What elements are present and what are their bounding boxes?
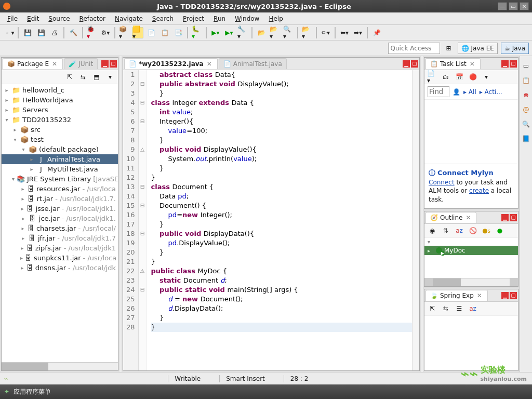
focus-task-button[interactable]: ⬒ — [91, 71, 102, 83]
view-menu-button[interactable]: ▾ — [481, 71, 492, 83]
fastview-at-icon[interactable]: @ — [521, 104, 532, 115]
focus-outline-button[interactable]: ◉ — [427, 225, 438, 236]
categorize-button[interactable]: 🗂 — [440, 71, 451, 83]
link-button[interactable]: ⇆ — [440, 303, 451, 314]
close-icon[interactable]: ✕ — [469, 60, 476, 68]
tree-item[interactable]: 📁Servers — [2, 105, 118, 115]
tree-item[interactable]: 📦test — [2, 135, 118, 144]
menu-navigate[interactable]: Navigate — [111, 14, 147, 24]
tree-item[interactable]: JAnimalTest.java — [2, 154, 118, 164]
fastview-clip-icon[interactable]: 📘 — [521, 133, 532, 144]
sort-button[interactable]: ⇅ — [440, 225, 451, 236]
fastview-search-icon[interactable]: 🔍 — [521, 118, 532, 130]
h-scrollbar[interactable] — [2, 362, 118, 370]
new-button[interactable]: ▫️▾ — [3, 27, 15, 38]
menu-help[interactable]: Help — [264, 14, 287, 24]
maximize-view-button[interactable]: ▢ — [510, 292, 517, 299]
outline-item-mydoc[interactable]: ▶ MyDoc — [424, 246, 518, 255]
annotate-button[interactable]: ✏▾ — [320, 27, 331, 38]
close-tab-icon[interactable]: ✕ — [206, 60, 213, 68]
print-button[interactable]: 🖨 — [49, 27, 60, 38]
perspective-java[interactable]: ☕ Java — [501, 43, 529, 54]
quick-access-input[interactable] — [388, 43, 440, 54]
maximize-editor-button[interactable]: ▢ — [411, 60, 418, 68]
outline-item[interactable] — [424, 238, 518, 246]
package-explorer-tab[interactable]: 📦 Package E ✕ — [3, 58, 63, 69]
overview-ruler[interactable] — [412, 70, 419, 370]
close-icon[interactable]: ✕ — [464, 214, 472, 221]
new-task-button[interactable]: 📄▾ — [427, 71, 438, 83]
new-type-button[interactable]: 📄 — [145, 27, 157, 38]
minimize-view-button[interactable]: ▁ — [501, 292, 509, 299]
new-project-button[interactable]: 📂▾ — [269, 27, 281, 38]
package-explorer-tree[interactable]: 📁helloworld_c📁HelloWorldJava📁Servers📁TDD… — [2, 84, 118, 274]
minimize-view-button[interactable]: ▁ — [101, 60, 109, 68]
h-scrollbar[interactable] — [424, 278, 518, 286]
tree-item[interactable]: 🗄sunpkcs11.jar - /usr/loca — [2, 253, 118, 263]
menu-run[interactable]: Run — [209, 14, 230, 24]
minimize-view-button[interactable]: ▁ — [501, 60, 509, 68]
new-class-button[interactable]: 🟨▾ — [132, 27, 143, 38]
apps-menu-icon[interactable]: ✦ — [4, 388, 9, 395]
task-list-tab[interactable]: 📋 Task List ✕ — [425, 58, 481, 69]
menu-file[interactable]: File — [3, 14, 22, 24]
view-menu-button[interactable]: ▾ — [104, 71, 116, 83]
tree-item[interactable]: 🗄jfr.jar - /usr/local/jdk1.7 — [2, 233, 118, 243]
focus-button[interactable]: 🔴 — [467, 71, 478, 83]
menu-search[interactable]: Search — [148, 14, 178, 24]
save-button[interactable]: 💾 — [22, 27, 33, 38]
maximize-view-button[interactable]: ▢ — [110, 60, 117, 68]
tree-item[interactable]: 🗄resources.jar - /usr/loca — [2, 184, 118, 194]
tree-item[interactable]: 📁HelloWorldJava — [2, 95, 118, 105]
tree-item[interactable]: 🗄zipfs.jar - /usr/local/jdk1 — [2, 243, 118, 253]
sort-button[interactable]: az — [467, 303, 478, 314]
minimize-editor-button[interactable]: ▁ — [403, 60, 410, 68]
link-editor-button[interactable]: ⇆ — [77, 71, 89, 83]
fastview-restore-button[interactable]: ▭ — [521, 60, 532, 72]
hide-static-button[interactable]: ●s — [481, 225, 492, 236]
menu-project[interactable]: Project — [179, 14, 208, 24]
collapse-button[interactable]: ⇱ — [427, 303, 438, 314]
run-button[interactable]: ▶▾ — [210, 27, 221, 38]
coverage-button[interactable]: ▶▾ — [223, 27, 235, 38]
sort-az-button[interactable]: az — [454, 225, 465, 236]
toggle-mark-button[interactable]: 📑 — [172, 27, 184, 38]
search-button[interactable]: 🔍▾ — [283, 27, 294, 38]
tree-item[interactable]: 📦src — [2, 125, 118, 135]
run-external-button[interactable]: ⚙▾ — [100, 27, 111, 38]
code-editor[interactable]: 1234567891011121314151617181920212223242… — [123, 70, 419, 370]
new-java-project-button[interactable]: 📂 — [256, 27, 267, 38]
mylyn-connect-link[interactable]: Connect — [429, 179, 455, 186]
debug-button[interactable]: 🐞▾ — [86, 27, 98, 38]
tree-item[interactable]: 🗄rt.jar - /usr/local/jdk1.7. — [2, 194, 118, 204]
minimize-view-button[interactable]: ▁ — [501, 214, 509, 221]
task-filter-activate[interactable]: Acti... — [485, 88, 502, 96]
debug-last-button[interactable]: 🐛▾ — [191, 27, 203, 38]
tree-item[interactable]: 📚JRE System Library[JavaSE — [2, 174, 118, 184]
outline-tab[interactable]: 🧭 Outline ✕ — [425, 212, 476, 223]
maximize-button[interactable]: ▭ — [509, 2, 518, 10]
back-button[interactable]: ⬅▾ — [339, 27, 350, 38]
task-filter-all[interactable]: All — [469, 88, 476, 96]
collapse-all-button[interactable]: ⇱ — [64, 71, 75, 83]
spring-explorer-tab[interactable]: 🍃 Spring Exp ✕ — [425, 290, 488, 301]
tree-item[interactable]: 🗄jsse.jar - /usr/local/jdk1. — [2, 204, 118, 214]
tree-item[interactable]: 📁TDD20135232 — [2, 115, 118, 125]
schedule-button[interactable]: 📅 — [454, 71, 465, 83]
close-icon[interactable]: ✕ — [51, 60, 58, 68]
menu-refactor[interactable]: Refactor — [75, 14, 110, 24]
hide-nonpublic-button[interactable]: ● — [494, 225, 506, 236]
open-perspective-button[interactable]: ⊞ — [443, 43, 455, 54]
tree-item[interactable]: 📦(default package) — [2, 144, 118, 154]
maximize-view-button[interactable]: ▢ — [510, 214, 517, 221]
close-icon[interactable]: ✕ — [476, 292, 483, 299]
menu-edit[interactable]: Edit — [23, 14, 43, 24]
fastview-task-icon[interactable]: 📋 — [521, 75, 532, 86]
editor-tab-animaltest[interactable]: 📄 AnimalTest.java — [219, 58, 287, 69]
pin-button[interactable]: 📌 — [371, 27, 382, 38]
maximize-view-button[interactable]: ▢ — [510, 60, 517, 68]
tree-item[interactable]: 🗄jce.jar - /usr/local/jdk1. — [2, 214, 118, 223]
minimize-button[interactable]: — — [498, 2, 507, 10]
hide-fields-button[interactable]: 🚫 — [467, 225, 478, 236]
junit-tab[interactable]: 🧪 JUnit — [64, 58, 98, 69]
